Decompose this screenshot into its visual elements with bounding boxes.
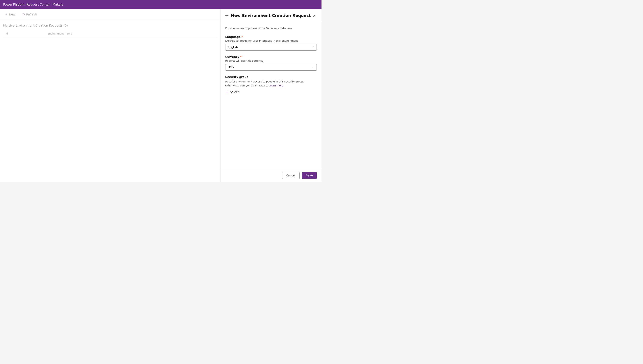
currency-description: Reports will use this currency [225, 59, 317, 62]
language-description: Default language for user interfaces in … [225, 39, 317, 42]
toolbar: ＋ New ↻ Refresh [0, 9, 220, 20]
select-label: Select [230, 90, 238, 94]
panel-body: Provide values to provision the Datavers… [220, 22, 322, 169]
back-button[interactable]: ← [225, 14, 229, 18]
refresh-button[interactable]: ↻ Refresh [21, 12, 38, 17]
left-panel: ＋ New ↻ Refresh My Live Environment Crea… [0, 9, 220, 182]
language-select[interactable]: English Spanish French German Japanese [225, 44, 317, 50]
security-group-title: Security group [225, 75, 317, 78]
app-header: Power Platform Request Center | Makers [0, 0, 322, 9]
main-area: ＋ New ↻ Refresh My Live Environment Crea… [0, 9, 322, 182]
currency-required: * [240, 55, 241, 58]
plus-icon-select: ＋ [225, 90, 229, 94]
cancel-button[interactable]: Cancel [282, 172, 299, 179]
currency-select-wrapper: USD EUR GBP JPY CAD [225, 64, 317, 70]
language-required: * [241, 35, 243, 38]
language-label: Language * [225, 35, 317, 38]
panel-title: New Environment Creation Request [231, 13, 311, 18]
currency-label: Currency * [225, 55, 317, 58]
learn-more-link[interactable]: Learn more [269, 84, 283, 87]
column-env-name: Environment name [45, 30, 217, 37]
plus-icon: ＋ [5, 12, 8, 16]
refresh-button-label: Refresh [26, 13, 37, 16]
new-button-label: New [9, 13, 15, 16]
table-header: Id Environment name [3, 30, 217, 37]
save-button[interactable]: Save [302, 172, 317, 179]
table-header-row: Id Environment name [3, 30, 217, 37]
panel-footer: Cancel Save [220, 169, 322, 182]
refresh-icon: ↻ [23, 12, 25, 16]
column-id: Id [3, 30, 45, 37]
close-button[interactable]: ✕ [312, 13, 317, 19]
security-group-section: Security group Restrict environment acce… [225, 75, 317, 94]
panel-subtitle: Provide values to provision the Datavers… [225, 27, 317, 30]
new-button[interactable]: ＋ New [3, 12, 17, 17]
security-group-description: Restrict environment access to people in… [225, 80, 317, 88]
panel-header-left: ← New Environment Creation Request [225, 13, 311, 18]
language-select-wrapper: English Spanish French German Japanese [225, 44, 317, 50]
language-field: Language * Default language for user int… [225, 35, 317, 50]
data-table: Id Environment name [3, 30, 217, 37]
right-panel: ← New Environment Creation Request ✕ Pro… [220, 9, 322, 182]
section-title: My Live Environment Creation Requests (0… [3, 24, 217, 27]
currency-select[interactable]: USD EUR GBP JPY CAD [225, 64, 317, 70]
app-title: Power Platform Request Center | Makers [3, 3, 63, 6]
select-security-group-button[interactable]: ＋ Select [225, 90, 238, 94]
back-icon: ← [225, 14, 229, 18]
page-content: My Live Environment Creation Requests (0… [0, 20, 220, 41]
currency-field: Currency * Reports will use this currenc… [225, 55, 317, 70]
close-icon: ✕ [312, 14, 316, 18]
panel-header: ← New Environment Creation Request ✕ [220, 9, 322, 22]
